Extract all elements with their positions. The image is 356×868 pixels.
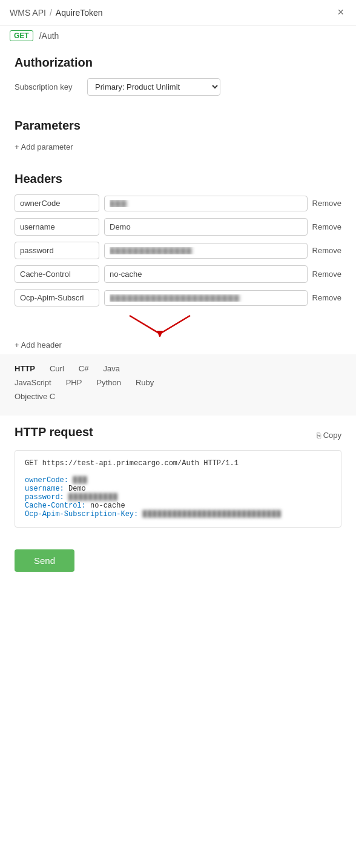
remove-header-button[interactable]: Remove: [312, 270, 341, 279]
header-row: Remove: [15, 289, 341, 306]
code-header-ownerCode: ownerCode: ███: [25, 476, 331, 485]
header-value-input[interactable]: [104, 290, 308, 306]
breadcrumb-separator: /: [50, 8, 52, 18]
header-row: Remove: [15, 218, 341, 236]
add-header-button[interactable]: + Add header: [15, 340, 62, 350]
code-key: username:: [25, 485, 68, 493]
code-key: password:: [25, 493, 68, 502]
language-row-1: HTTP Curl C# Java: [15, 364, 341, 373]
header-row: Remove: [15, 194, 341, 212]
main-window: WMS API / AquireToken × GET /Auth Author…: [0, 0, 356, 868]
endpoint-path: /Auth: [39, 31, 59, 41]
code-header-password: password: ██████████: [25, 493, 331, 502]
http-request-title: HTTP request: [15, 425, 93, 439]
lang-java[interactable]: Java: [103, 364, 119, 373]
remove-header-button[interactable]: Remove: [312, 199, 341, 208]
header-name-input[interactable]: [15, 289, 99, 306]
send-button[interactable]: Send: [15, 549, 74, 572]
copy-icon: ⎘: [317, 431, 321, 440]
request-line: GET https://test-api.primecargo.com/Auth…: [25, 459, 331, 468]
lang-ruby[interactable]: Ruby: [136, 378, 154, 387]
svg-line-0: [130, 316, 160, 334]
lang-javascript[interactable]: JavaScript: [15, 378, 51, 387]
header-name-input[interactable]: [15, 242, 99, 259]
code-method: GET https://test-api.primecargo.com/Auth…: [25, 459, 239, 468]
code-val-ownerCode: ███: [73, 476, 88, 485]
header-row: Remove: [15, 265, 341, 283]
code-val-password: ██████████: [68, 493, 118, 502]
header-value-input[interactable]: [104, 196, 308, 211]
header-value-input[interactable]: [104, 218, 308, 236]
header-name-input[interactable]: [15, 218, 99, 236]
svg-line-1: [160, 316, 190, 334]
header-value-input[interactable]: [104, 265, 308, 283]
remove-header-button[interactable]: Remove: [312, 246, 341, 255]
remove-header-button[interactable]: Remove: [312, 293, 341, 302]
arrow-indicator: [124, 313, 341, 337]
lang-http[interactable]: HTTP: [15, 364, 35, 373]
language-row-2: JavaScript PHP Python Ruby: [15, 378, 341, 387]
header-name-input[interactable]: [15, 265, 99, 283]
lang-php[interactable]: PHP: [66, 378, 82, 387]
red-arrow-icon: [124, 313, 196, 337]
svg-marker-2: [157, 331, 163, 337]
breadcrumb-page: AquireToken: [56, 8, 103, 18]
remove-header-button[interactable]: Remove: [312, 222, 341, 231]
language-row-3: Objective C: [15, 392, 341, 401]
http-request-section: HTTP request ⎘ Copy GET https://test-api…: [0, 416, 356, 537]
subscription-row: Subscription key Primary: Product Unlimi…: [15, 78, 341, 96]
header-value-input[interactable]: [104, 243, 308, 259]
code-key: Ocp-Apim-Subscription-Key:: [25, 510, 142, 518]
method-badge: GET: [10, 30, 33, 41]
lang-csharp[interactable]: C#: [79, 364, 89, 373]
copy-button[interactable]: ⎘ Copy: [317, 431, 341, 440]
breadcrumb-api: WMS API: [10, 8, 46, 18]
code-val-cache: no-cache: [90, 502, 125, 510]
breadcrumb: WMS API / AquireToken: [10, 8, 335, 18]
lang-objectivec[interactable]: Objective C: [15, 392, 55, 401]
lang-curl[interactable]: Curl: [50, 364, 64, 373]
add-parameter-button[interactable]: + Add parameter: [15, 141, 73, 153]
code-key: ownerCode:: [25, 476, 73, 485]
method-bar: GET /Auth: [0, 25, 356, 46]
language-section: HTTP Curl C# Java JavaScript PHP Python …: [0, 354, 356, 416]
send-section: Send: [0, 537, 356, 590]
copy-label: Copy: [323, 431, 341, 440]
code-header-cache: Cache-Control: no-cache: [25, 502, 331, 510]
code-header-username: username: Demo: [25, 485, 331, 493]
subscription-label: Subscription key: [15, 82, 81, 91]
title-bar: WMS API / AquireToken ×: [0, 0, 356, 25]
parameters-section: Parameters + Add parameter: [0, 109, 356, 162]
authorization-title: Authorization: [15, 56, 341, 70]
code-val-username: Demo: [68, 485, 86, 493]
code-val-ocp: ████████████████████████████: [142, 510, 282, 518]
headers-section: Headers Remove Remove Remove Remove: [0, 162, 356, 354]
subscription-select[interactable]: Primary: Product Unlimit Secondary: Prod…: [87, 78, 220, 96]
code-key: Cache-Control:: [25, 502, 90, 510]
headers-title: Headers: [15, 172, 341, 186]
lang-python[interactable]: Python: [96, 378, 120, 387]
authorization-section: Authorization Subscription key Primary: …: [0, 46, 356, 109]
header-row: Remove: [15, 242, 341, 259]
close-button[interactable]: ×: [335, 6, 346, 19]
code-header-ocp: Ocp-Apim-Subscription-Key: █████████████…: [25, 510, 331, 518]
code-block: GET https://test-api.primecargo.com/Auth…: [15, 450, 341, 528]
parameters-title: Parameters: [15, 119, 341, 133]
header-name-input[interactable]: [15, 194, 99, 212]
